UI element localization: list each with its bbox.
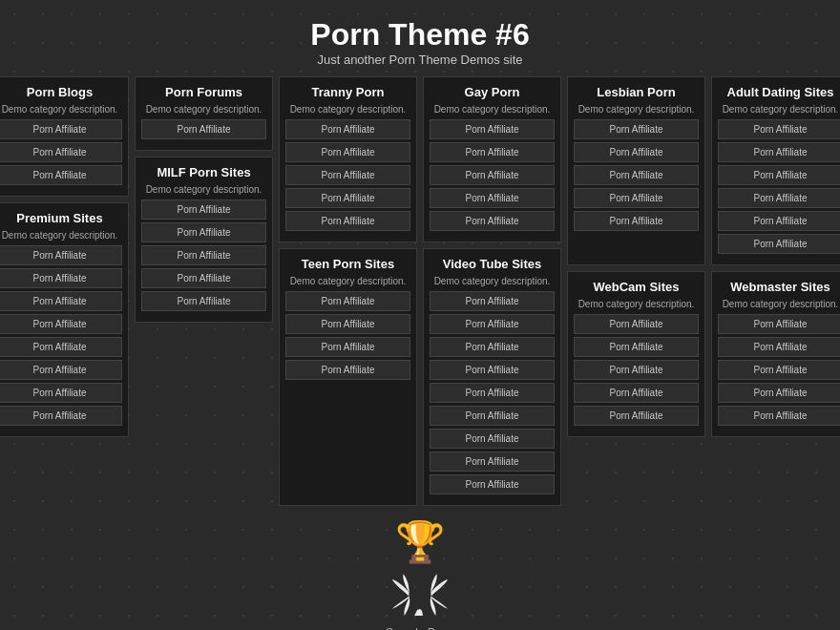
affiliate-link[interactable]: Porn Affiliate: [718, 314, 840, 334]
affiliate-link[interactable]: Porn Affiliate: [574, 383, 699, 403]
affiliate-link[interactable]: Porn Affiliate: [430, 360, 555, 380]
category-title: Adult Dating Sites: [718, 85, 840, 99]
affiliate-link[interactable]: Porn Affiliate: [141, 200, 266, 220]
category-milf-porn: MILF Porn Sites Demo category descriptio…: [135, 157, 273, 323]
category-premium-sites: Premium Sites Demo category description.…: [0, 202, 129, 437]
affiliate-link[interactable]: Porn Affiliate: [430, 291, 555, 311]
category-webmaster: Webmaster Sites Demo category descriptio…: [711, 271, 840, 437]
affiliate-link[interactable]: Porn Affiliate: [285, 188, 410, 208]
affiliate-link[interactable]: Porn Affiliate: [285, 142, 410, 162]
affiliate-link[interactable]: Porn Affiliate: [430, 429, 555, 449]
affiliate-link[interactable]: Porn Affiliate: [718, 234, 840, 254]
affiliate-link[interactable]: Porn Affiliate: [718, 337, 840, 357]
wreath-icon: 🏆: [0, 520, 840, 578]
affiliate-link[interactable]: Porn Affiliate: [574, 142, 699, 162]
affiliate-link[interactable]: Porn Affiliate: [141, 291, 266, 311]
affiliate-link[interactable]: Porn Affiliate: [0, 245, 122, 265]
category-title: MILF Porn Sites: [141, 165, 266, 179]
affiliate-link[interactable]: Porn Affiliate: [0, 360, 122, 380]
category-desc: Demo category description.: [141, 104, 266, 115]
affiliate-link[interactable]: Porn Affiliate: [430, 165, 555, 185]
affiliate-link[interactable]: Porn Affiliate: [718, 383, 840, 403]
category-lesbian-porn: Lesbian Porn Demo category description. …: [567, 76, 705, 265]
affiliate-link[interactable]: Porn Affiliate: [718, 119, 840, 139]
affiliate-link[interactable]: Porn Affiliate: [285, 314, 410, 334]
affiliate-link[interactable]: Porn Affiliate: [430, 188, 555, 208]
category-title: Premium Sites: [0, 211, 122, 225]
affiliate-link[interactable]: Porn Affiliate: [430, 452, 555, 472]
category-desc: Demo category description.: [430, 104, 555, 115]
category-adult-dating: Adult Dating Sites Demo category descrip…: [711, 76, 840, 265]
affiliate-link[interactable]: Porn Affiliate: [574, 314, 699, 334]
category-title: Webmaster Sites: [718, 280, 840, 294]
affiliate-link[interactable]: Porn Affiliate: [0, 337, 122, 357]
category-desc: Demo category description.: [718, 299, 840, 309]
affiliate-link[interactable]: Porn Affiliate: [430, 337, 555, 357]
col34-stack: Tranny Porn Demo category description. P…: [279, 76, 561, 506]
category-title: Teen Porn Sites: [285, 257, 410, 271]
affiliate-link[interactable]: Porn Affiliate: [0, 119, 122, 139]
content-area: Porn Blogs Demo category description. Po…: [0, 76, 840, 506]
affiliate-link[interactable]: Porn Affiliate: [430, 119, 555, 139]
affiliate-link[interactable]: Porn Affiliate: [574, 119, 699, 139]
affiliate-link[interactable]: Porn Affiliate: [718, 165, 840, 185]
affiliate-link[interactable]: Porn Affiliate: [430, 383, 555, 403]
affiliate-link[interactable]: Porn Affiliate: [574, 337, 699, 357]
affiliate-link[interactable]: Porn Affiliate: [141, 222, 266, 242]
affiliate-link[interactable]: Porn Affiliate: [430, 211, 555, 231]
affiliate-link[interactable]: Porn Affiliate: [285, 337, 410, 357]
category-title: Porn Blogs: [0, 85, 122, 99]
col1-stack: Porn Blogs Demo category description. Po…: [0, 76, 129, 506]
category-webcam: WebCam Sites Demo category description. …: [567, 271, 705, 437]
affiliate-link[interactable]: Porn Affiliate: [574, 188, 699, 208]
affiliate-link[interactable]: Porn Affiliate: [0, 314, 122, 334]
category-title: WebCam Sites: [574, 280, 699, 294]
affiliate-link[interactable]: Porn Affiliate: [574, 406, 699, 426]
affiliate-link[interactable]: Porn Affiliate: [0, 268, 122, 288]
col56-stack: Lesbian Porn Demo category description. …: [567, 76, 840, 506]
category-teen-porn: Teen Porn Sites Demo category descriptio…: [279, 248, 417, 506]
footer: 🏆 Sample Page Currently listing 62 of th…: [0, 506, 840, 630]
category-desc: Demo category description.: [0, 104, 122, 115]
affiliate-link[interactable]: Porn Affiliate: [718, 211, 840, 231]
affiliate-link[interactable]: Porn Affiliate: [285, 119, 410, 139]
affiliate-link[interactable]: Porn Affiliate: [285, 360, 410, 380]
affiliate-link[interactable]: Porn Affiliate: [574, 360, 699, 380]
affiliate-link[interactable]: Porn Affiliate: [718, 360, 840, 380]
affiliate-link[interactable]: Porn Affiliate: [141, 119, 266, 139]
affiliate-link[interactable]: Porn Affiliate: [0, 165, 122, 185]
affiliate-link[interactable]: Porn Affiliate: [0, 383, 122, 403]
category-desc: Demo category description.: [141, 184, 266, 195]
affiliate-link[interactable]: Porn Affiliate: [285, 211, 410, 231]
affiliate-link[interactable]: Porn Affiliate: [430, 474, 555, 494]
affiliate-link[interactable]: Porn Affiliate: [718, 406, 840, 426]
col2-stack: Porn Forums Demo category description. P…: [135, 76, 273, 506]
affiliate-link[interactable]: Porn Affiliate: [141, 268, 266, 288]
affiliate-link[interactable]: Porn Affiliate: [430, 406, 555, 426]
category-gay-porn: Gay Porn Demo category description. Porn…: [423, 76, 561, 242]
category-desc: Demo category description.: [430, 276, 555, 286]
category-desc: Demo category description.: [0, 230, 122, 241]
affiliate-link[interactable]: Porn Affiliate: [285, 165, 410, 185]
affiliate-link[interactable]: Porn Affiliate: [141, 245, 266, 265]
site-subtitle: Just another Porn Theme Demos site: [0, 52, 840, 67]
affiliate-link[interactable]: Porn Affiliate: [574, 165, 699, 185]
sample-page-link[interactable]: Sample Page: [0, 626, 840, 630]
category-porn-blogs: Porn Blogs Demo category description. Po…: [0, 76, 129, 197]
category-desc: Demo category description.: [285, 104, 410, 115]
affiliate-link[interactable]: Porn Affiliate: [718, 188, 840, 208]
affiliate-link[interactable]: Porn Affiliate: [285, 291, 410, 311]
affiliate-link[interactable]: Porn Affiliate: [718, 142, 840, 162]
affiliate-link[interactable]: Porn Affiliate: [0, 406, 122, 426]
affiliate-link[interactable]: Porn Affiliate: [430, 314, 555, 334]
category-desc: Demo category description.: [574, 104, 699, 115]
category-desc: Demo category description.: [718, 104, 840, 115]
affiliate-link[interactable]: Porn Affiliate: [430, 142, 555, 162]
affiliate-link[interactable]: Porn Affiliate: [0, 291, 122, 311]
category-porn-forums: Porn Forums Demo category description. P…: [135, 76, 273, 151]
category-video-tube: Video Tube Sites Demo category descripti…: [423, 248, 561, 506]
category-desc: Demo category description.: [285, 276, 410, 286]
affiliate-link[interactable]: Porn Affiliate: [574, 211, 699, 231]
category-title: Lesbian Porn: [574, 85, 699, 99]
affiliate-link[interactable]: Porn Affiliate: [0, 142, 122, 162]
